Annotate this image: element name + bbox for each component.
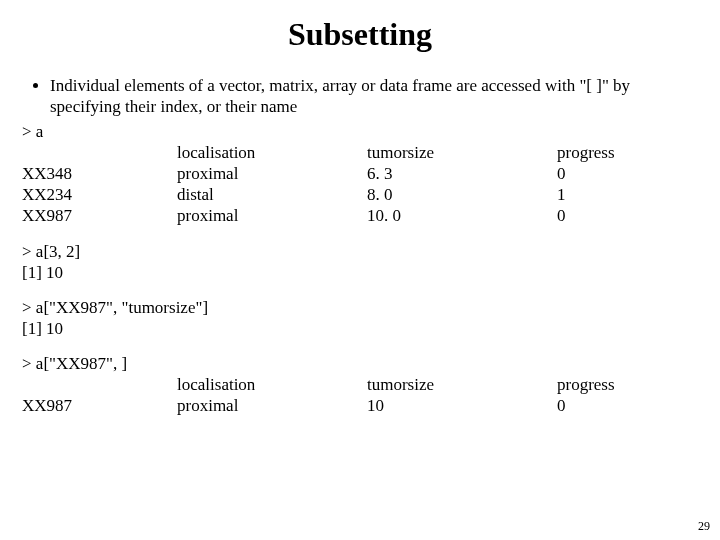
code-line: > a["XX987", "tumorsize"] [22,297,698,318]
table-cell: distal [177,184,367,205]
data-table-a: localisation tumorsize progress XX348 pr… [22,142,698,227]
code-example-2: > a["XX987", "tumorsize"] [1] 10 [22,297,698,340]
page-number: 29 [698,519,710,534]
code-output: [1] 10 [22,318,698,339]
table-header: localisation [177,142,367,163]
table-cell: 10 [367,395,557,416]
table-header: localisation [177,374,367,395]
table-cell: proximal [177,395,367,416]
table-cell: proximal [177,163,367,184]
table-header: progress [557,374,698,395]
bullet-list: Individual elements of a vector, matrix,… [22,75,698,118]
table-cell: 10. 0 [367,205,557,226]
table-cell: 6. 3 [367,163,557,184]
code-line: > a["XX987", ] [22,354,698,374]
table-cell: XX348 [22,163,177,184]
data-table-b: localisation tumorsize progress XX987 pr… [22,374,698,417]
table-header [22,142,177,163]
table-cell: 0 [557,205,698,226]
table-cell: 8. 0 [367,184,557,205]
table-cell: XX234 [22,184,177,205]
code-output: [1] 10 [22,262,698,283]
table-header: progress [557,142,698,163]
table-cell: 0 [557,163,698,184]
code-example-1: > a[3, 2] [1] 10 [22,241,698,284]
code-line: > a[3, 2] [22,241,698,262]
table-cell: 0 [557,395,698,416]
table-cell: proximal [177,205,367,226]
table-header [22,374,177,395]
code-example-3: > a["XX987", ] localisation tumorsize pr… [22,354,698,417]
bullet-item: Individual elements of a vector, matrix,… [50,75,698,118]
table-cell: XX987 [22,205,177,226]
table-header: tumorsize [367,142,557,163]
table-cell: XX987 [22,395,177,416]
code-prompt-a: > a [22,122,698,142]
table-cell: 1 [557,184,698,205]
slide: Subsetting Individual elements of a vect… [0,0,720,416]
page-title: Subsetting [22,16,698,53]
table-header: tumorsize [367,374,557,395]
